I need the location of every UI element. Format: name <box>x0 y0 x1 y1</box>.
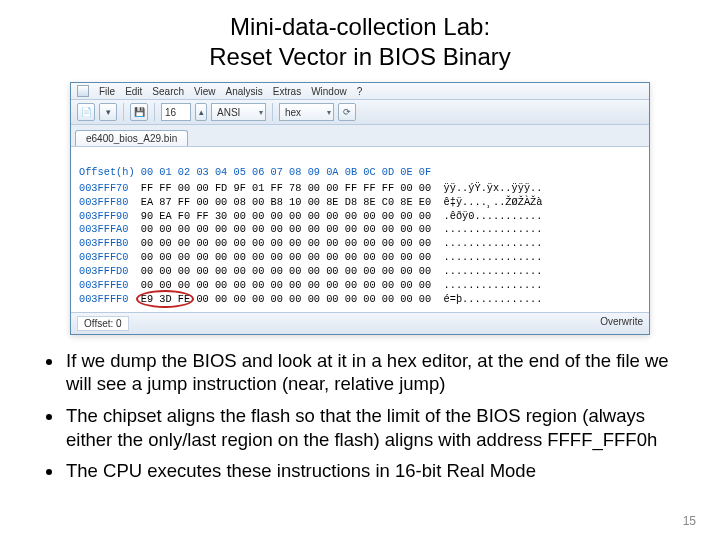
hex-row: 003FFFE0 00 00 00 00 00 00 00 00 00 00 0… <box>79 279 641 293</box>
hex-row: 003FFFD0 00 00 00 00 00 00 00 00 00 00 0… <box>79 265 641 279</box>
hex-row: 003FFF80 EA 87 FF 00 00 08 00 B8 10 00 8… <box>79 196 641 210</box>
hex-row: 003FFF70 FF FF 00 00 FD 9F 01 FF 78 00 0… <box>79 182 641 196</box>
hex-header: Offset(h) 00 01 02 03 04 05 06 07 08 09 … <box>79 166 641 180</box>
menu-extras[interactable]: Extras <box>273 86 301 97</box>
width-field[interactable]: 16 <box>161 103 191 121</box>
hex-row: 003FFFA0 00 00 00 00 00 00 00 00 00 00 0… <box>79 223 641 237</box>
refresh-icon[interactable]: ⟳ <box>338 103 356 121</box>
hex-row: 003FFFC0 00 00 00 00 00 00 00 00 00 00 0… <box>79 251 641 265</box>
title-line1: Mini-data-collection Lab: <box>230 13 490 40</box>
tab-bar: e6400_bios_A29.bin <box>71 125 649 147</box>
statusbar: Offset: 0 Overwrite <box>71 312 649 334</box>
hex-row: 003FFFB0 00 00 00 00 00 00 00 00 00 00 0… <box>79 237 641 251</box>
menu-help[interactable]: ? <box>357 86 363 97</box>
new-icon[interactable]: 📄 <box>77 103 95 121</box>
hex-row: 003FFFF0 E9 3D FE 00 00 00 00 00 00 00 0… <box>79 293 641 307</box>
charset-dropdown[interactable]: ANSI <box>211 103 266 121</box>
app-icon <box>77 85 89 97</box>
menu-window[interactable]: Window <box>311 86 347 97</box>
slide-title: Mini-data-collection Lab: Reset Vector i… <box>40 12 680 72</box>
dropdown-icon[interactable]: ▾ <box>99 103 117 121</box>
separator <box>123 103 124 121</box>
menu-file[interactable]: File <box>99 86 115 97</box>
title-line2: Reset Vector in BIOS Binary <box>209 43 510 70</box>
menu-search[interactable]: Search <box>152 86 184 97</box>
menu-view[interactable]: View <box>194 86 216 97</box>
separator <box>272 103 273 121</box>
status-offset: Offset: 0 <box>77 316 129 331</box>
bullet-list: If we dump the BIOS and look at it in a … <box>40 349 680 483</box>
menubar: File Edit Search View Analysis Extras Wi… <box>71 83 649 100</box>
file-tab[interactable]: e6400_bios_A29.bin <box>75 130 188 146</box>
status-mode: Overwrite <box>600 316 643 331</box>
bullet-item: The chipset aligns the flash so that the… <box>64 404 680 451</box>
mode-dropdown[interactable]: hex <box>279 103 334 121</box>
hex-content: Offset(h) 00 01 02 03 04 05 06 07 08 09 … <box>71 147 649 312</box>
bullet-item: The CPU executes these instructions in 1… <box>64 459 680 483</box>
hex-row: 003FFF90 90 EA F0 FF 30 00 00 00 00 00 0… <box>79 210 641 224</box>
menu-edit[interactable]: Edit <box>125 86 142 97</box>
save-icon[interactable]: 💾 <box>130 103 148 121</box>
separator <box>154 103 155 121</box>
hex-editor-window: File Edit Search View Analysis Extras Wi… <box>70 82 650 335</box>
page-number: 15 <box>683 514 696 528</box>
stepper-icon[interactable]: ▴ <box>195 103 207 121</box>
toolbar: 📄 ▾ 💾 16 ▴ ANSI hex ⟳ <box>71 100 649 125</box>
bullet-item: If we dump the BIOS and look at it in a … <box>64 349 680 396</box>
menu-analysis[interactable]: Analysis <box>226 86 263 97</box>
